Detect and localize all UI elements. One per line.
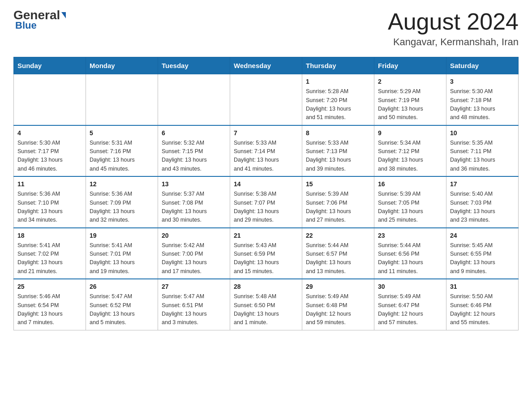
day-info: Sunrise: 5:44 AMSunset: 6:57 PMDaylight:… xyxy=(306,241,370,276)
calendar-cell: 12Sunrise: 5:36 AMSunset: 7:09 PMDayligh… xyxy=(86,176,158,228)
day-info: Sunrise: 5:33 AMSunset: 7:14 PMDaylight:… xyxy=(234,139,298,174)
calendar-row: 18Sunrise: 5:41 AMSunset: 7:02 PMDayligh… xyxy=(14,228,519,279)
calendar-cell: 27Sunrise: 5:47 AMSunset: 6:51 PMDayligh… xyxy=(158,279,230,330)
day-info: Sunrise: 5:49 AMSunset: 6:47 PMDaylight:… xyxy=(378,292,442,327)
day-number: 2 xyxy=(378,77,442,86)
day-info: Sunrise: 5:42 AMSunset: 7:00 PMDaylight:… xyxy=(162,241,226,276)
day-info: Sunrise: 5:39 AMSunset: 7:06 PMDaylight:… xyxy=(306,190,370,225)
header-row: SundayMondayTuesdayWednesdayThursdayFrid… xyxy=(14,57,519,74)
day-info: Sunrise: 5:31 AMSunset: 7:16 PMDaylight:… xyxy=(90,139,154,174)
calendar-cell: 14Sunrise: 5:38 AMSunset: 7:07 PMDayligh… xyxy=(230,176,302,228)
calendar-row: 4Sunrise: 5:30 AMSunset: 7:17 PMDaylight… xyxy=(14,125,519,177)
day-info: Sunrise: 5:41 AMSunset: 7:02 PMDaylight:… xyxy=(17,241,82,276)
day-info: Sunrise: 5:36 AMSunset: 7:09 PMDaylight:… xyxy=(90,190,154,225)
day-info: Sunrise: 5:44 AMSunset: 6:56 PMDaylight:… xyxy=(378,241,442,276)
calendar-cell: 28Sunrise: 5:48 AMSunset: 6:50 PMDayligh… xyxy=(230,279,302,330)
day-info: Sunrise: 5:34 AMSunset: 7:12 PMDaylight:… xyxy=(378,139,442,174)
day-number: 28 xyxy=(234,282,298,291)
calendar-cell: 16Sunrise: 5:39 AMSunset: 7:05 PMDayligh… xyxy=(374,176,446,228)
day-number: 22 xyxy=(306,231,370,240)
day-number: 11 xyxy=(17,180,82,189)
day-info: Sunrise: 5:28 AMSunset: 7:20 PMDaylight:… xyxy=(306,87,370,122)
month-title: August 2024 xyxy=(388,9,519,34)
day-number: 7 xyxy=(234,128,298,138)
day-number: 18 xyxy=(17,231,82,240)
logo: General Blue xyxy=(13,9,66,31)
calendar-cell xyxy=(86,74,158,125)
day-number: 26 xyxy=(90,282,154,291)
col-header-tuesday: Tuesday xyxy=(158,57,230,74)
day-number: 10 xyxy=(450,128,515,138)
col-header-saturday: Saturday xyxy=(446,57,519,74)
logo-blue: Blue xyxy=(13,20,37,31)
day-number: 25 xyxy=(17,282,82,291)
day-number: 16 xyxy=(378,180,442,189)
calendar-cell: 9Sunrise: 5:34 AMSunset: 7:12 PMDaylight… xyxy=(374,125,446,177)
day-number: 29 xyxy=(306,282,370,291)
col-header-thursday: Thursday xyxy=(302,57,374,74)
calendar-cell: 4Sunrise: 5:30 AMSunset: 7:17 PMDaylight… xyxy=(14,125,86,177)
day-number: 21 xyxy=(234,231,298,240)
day-number: 14 xyxy=(234,180,298,189)
calendar-cell xyxy=(14,74,86,125)
day-number: 4 xyxy=(17,128,82,138)
calendar-cell: 23Sunrise: 5:44 AMSunset: 6:56 PMDayligh… xyxy=(374,228,446,279)
day-info: Sunrise: 5:48 AMSunset: 6:50 PMDaylight:… xyxy=(234,292,298,327)
day-number: 20 xyxy=(162,231,226,240)
calendar-cell: 8Sunrise: 5:33 AMSunset: 7:13 PMDaylight… xyxy=(302,125,374,177)
day-info: Sunrise: 5:43 AMSunset: 6:59 PMDaylight:… xyxy=(234,241,298,276)
calendar-row: 1Sunrise: 5:28 AMSunset: 7:20 PMDaylight… xyxy=(14,74,519,125)
day-info: Sunrise: 5:41 AMSunset: 7:01 PMDaylight:… xyxy=(90,241,154,276)
col-header-friday: Friday xyxy=(374,57,446,74)
calendar-cell: 31Sunrise: 5:50 AMSunset: 6:46 PMDayligh… xyxy=(446,279,519,330)
day-number: 19 xyxy=(90,231,154,240)
calendar-cell: 6Sunrise: 5:32 AMSunset: 7:15 PMDaylight… xyxy=(158,125,230,177)
day-number: 15 xyxy=(306,180,370,189)
day-info: Sunrise: 5:30 AMSunset: 7:18 PMDaylight:… xyxy=(450,87,515,122)
day-number: 3 xyxy=(450,77,515,86)
title-block: August 2024 Kangavar, Kermanshah, Iran xyxy=(388,9,519,48)
calendar-cell: 2Sunrise: 5:29 AMSunset: 7:19 PMDaylight… xyxy=(374,74,446,125)
location-title: Kangavar, Kermanshah, Iran xyxy=(388,36,519,48)
calendar-cell: 15Sunrise: 5:39 AMSunset: 7:06 PMDayligh… xyxy=(302,176,374,228)
col-header-monday: Monday xyxy=(86,57,158,74)
day-info: Sunrise: 5:33 AMSunset: 7:13 PMDaylight:… xyxy=(306,139,370,174)
calendar-cell: 13Sunrise: 5:37 AMSunset: 7:08 PMDayligh… xyxy=(158,176,230,228)
day-info: Sunrise: 5:32 AMSunset: 7:15 PMDaylight:… xyxy=(162,139,226,174)
calendar-body: 1Sunrise: 5:28 AMSunset: 7:20 PMDaylight… xyxy=(14,74,519,330)
calendar-cell: 20Sunrise: 5:42 AMSunset: 7:00 PMDayligh… xyxy=(158,228,230,279)
calendar-cell: 24Sunrise: 5:45 AMSunset: 6:55 PMDayligh… xyxy=(446,228,519,279)
day-info: Sunrise: 5:47 AMSunset: 6:51 PMDaylight:… xyxy=(162,292,226,327)
col-header-wednesday: Wednesday xyxy=(230,57,302,74)
day-info: Sunrise: 5:30 AMSunset: 7:17 PMDaylight:… xyxy=(17,139,82,174)
day-number: 30 xyxy=(378,282,442,291)
calendar-cell: 19Sunrise: 5:41 AMSunset: 7:01 PMDayligh… xyxy=(86,228,158,279)
day-number: 5 xyxy=(90,128,154,138)
day-info: Sunrise: 5:35 AMSunset: 7:11 PMDaylight:… xyxy=(450,139,515,174)
day-info: Sunrise: 5:45 AMSunset: 6:55 PMDaylight:… xyxy=(450,241,515,276)
calendar-cell: 29Sunrise: 5:49 AMSunset: 6:48 PMDayligh… xyxy=(302,279,374,330)
day-number: 17 xyxy=(450,180,515,189)
day-number: 27 xyxy=(162,282,226,291)
calendar-cell: 26Sunrise: 5:47 AMSunset: 6:52 PMDayligh… xyxy=(86,279,158,330)
calendar-header: SundayMondayTuesdayWednesdayThursdayFrid… xyxy=(14,57,519,74)
day-info: Sunrise: 5:39 AMSunset: 7:05 PMDaylight:… xyxy=(378,190,442,225)
day-info: Sunrise: 5:38 AMSunset: 7:07 PMDaylight:… xyxy=(234,190,298,225)
day-info: Sunrise: 5:40 AMSunset: 7:03 PMDaylight:… xyxy=(450,190,515,225)
calendar-row: 25Sunrise: 5:46 AMSunset: 6:54 PMDayligh… xyxy=(14,279,519,330)
calendar-cell xyxy=(230,74,302,125)
calendar-cell: 25Sunrise: 5:46 AMSunset: 6:54 PMDayligh… xyxy=(14,279,86,330)
day-info: Sunrise: 5:46 AMSunset: 6:54 PMDaylight:… xyxy=(17,292,82,327)
day-number: 24 xyxy=(450,231,515,240)
day-number: 13 xyxy=(162,180,226,189)
calendar-cell xyxy=(158,74,230,125)
calendar-cell: 11Sunrise: 5:36 AMSunset: 7:10 PMDayligh… xyxy=(14,176,86,228)
calendar-row: 11Sunrise: 5:36 AMSunset: 7:10 PMDayligh… xyxy=(14,176,519,228)
day-info: Sunrise: 5:49 AMSunset: 6:48 PMDaylight:… xyxy=(306,292,370,327)
calendar-cell: 18Sunrise: 5:41 AMSunset: 7:02 PMDayligh… xyxy=(14,228,86,279)
calendar-cell: 5Sunrise: 5:31 AMSunset: 7:16 PMDaylight… xyxy=(86,125,158,177)
day-number: 6 xyxy=(162,128,226,138)
day-info: Sunrise: 5:36 AMSunset: 7:10 PMDaylight:… xyxy=(17,190,82,225)
calendar-cell: 22Sunrise: 5:44 AMSunset: 6:57 PMDayligh… xyxy=(302,228,374,279)
calendar-cell: 30Sunrise: 5:49 AMSunset: 6:47 PMDayligh… xyxy=(374,279,446,330)
